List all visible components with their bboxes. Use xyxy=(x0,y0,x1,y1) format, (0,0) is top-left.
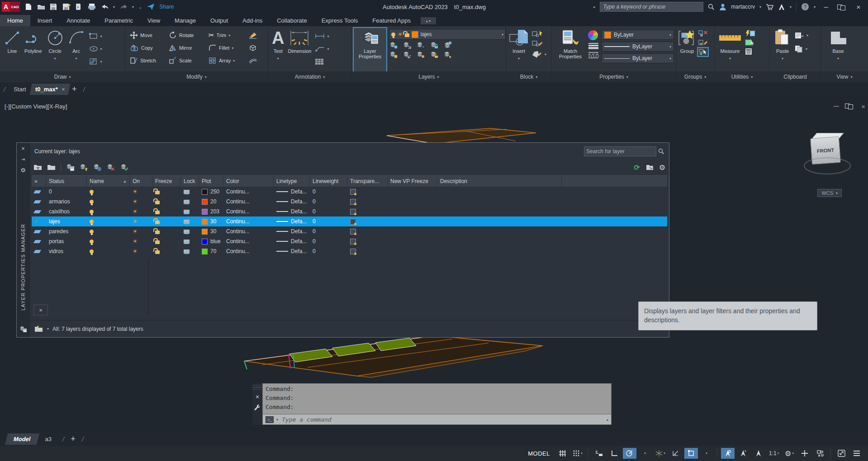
rectangle-dropdown-icon[interactable]: ▾ xyxy=(100,34,102,38)
lock-cell[interactable] xyxy=(152,236,181,246)
show-annotation-objects-icon[interactable] xyxy=(721,448,735,459)
autodesk-dropdown-icon[interactable]: ▾ xyxy=(790,5,792,9)
lock-cell[interactable] xyxy=(152,226,181,236)
new-drawing-tab-icon[interactable]: + xyxy=(72,85,77,94)
lineweight-cell[interactable]: Defa... xyxy=(274,187,310,197)
color-cell[interactable]: 250 xyxy=(199,187,223,197)
modify-panel-title[interactable]: Modify▾ xyxy=(125,71,268,82)
file-tab-start[interactable]: Start xyxy=(9,84,30,95)
lock-cell[interactable] xyxy=(152,187,181,197)
color-cell[interactable]: 30 xyxy=(199,216,223,226)
layer-lock-icon[interactable] xyxy=(430,41,439,49)
share-label[interactable]: Share xyxy=(159,4,174,10)
plot-cell[interactable] xyxy=(181,197,199,207)
viewport-minimize-icon[interactable]: ─ xyxy=(834,102,839,110)
measure-dropdown-icon[interactable]: ▾ xyxy=(729,56,731,61)
layer-make-current-icon[interactable] xyxy=(443,41,453,49)
new-group-filter-icon[interactable] xyxy=(47,164,56,171)
status-cell[interactable] xyxy=(32,207,46,216)
filter-toggle-icon[interactable] xyxy=(34,325,43,333)
file-tab-t0max[interactable]: t0_max*× xyxy=(29,84,71,95)
lineweight-cell[interactable]: Defa... xyxy=(274,246,310,256)
status-cell[interactable] xyxy=(32,197,46,207)
object-color-dropdown-icon[interactable]: ▾ xyxy=(669,33,671,37)
copy-clip-icon[interactable]: ▾ xyxy=(794,43,808,54)
linetype-cell[interactable]: Continu... xyxy=(223,187,274,197)
erase-button[interactable] xyxy=(248,30,266,41)
viewport-restore-icon[interactable] xyxy=(845,102,855,110)
hatch-dropdown-icon[interactable]: ▾ xyxy=(100,60,102,64)
edit-block-icon[interactable] xyxy=(531,39,546,47)
tab-featured-apps[interactable]: Featured Apps xyxy=(365,15,418,26)
description-cell[interactable] xyxy=(388,246,437,256)
description-cell[interactable] xyxy=(388,226,437,236)
redo-icon[interactable] xyxy=(119,3,128,10)
freeze-cell[interactable]: ☀ xyxy=(130,207,152,216)
lineweight-cell[interactable]: Defa... xyxy=(274,236,310,246)
move-button[interactable]: Move xyxy=(130,30,169,41)
properties-panel-title[interactable]: Properties▾ xyxy=(552,71,676,82)
file-tab-close-icon[interactable]: × xyxy=(62,86,65,93)
color-cell[interactable]: 203 xyxy=(199,207,223,216)
workspace-switching-gear-icon[interactable]: ⚙▾ xyxy=(783,448,796,459)
hatch-button[interactable]: ▾ xyxy=(89,56,102,67)
model-tab[interactable]: Model xyxy=(5,433,39,445)
arc-button[interactable]: Arc ▾ xyxy=(68,29,85,71)
layers-panel-title[interactable]: Layers▾ xyxy=(352,71,506,82)
status-cell[interactable] xyxy=(32,226,46,236)
tab-parametric[interactable]: Parametric xyxy=(97,15,140,26)
grid-display-icon[interactable] xyxy=(555,448,569,459)
palette-gear-icon[interactable]: ⚙ xyxy=(659,163,665,172)
new-layer-vp-frozen-icon[interactable] xyxy=(93,163,102,171)
on-cell[interactable] xyxy=(87,187,130,197)
layer-freeze-icon[interactable]: * xyxy=(416,41,425,49)
freeze-cell[interactable]: ☀ xyxy=(130,226,152,236)
ortho-mode-icon[interactable] xyxy=(607,448,621,459)
table-button[interactable] xyxy=(315,56,329,67)
expand-filter-tree-icon[interactable]: » xyxy=(33,305,48,315)
clean-screen-icon[interactable] xyxy=(835,448,848,459)
description-cell[interactable] xyxy=(388,207,437,216)
measure-button[interactable]: Measure ▾ xyxy=(718,29,742,71)
column-on[interactable]: On xyxy=(130,175,152,187)
lineweight-dropdown[interactable]: ByLayer ▾ xyxy=(602,42,674,52)
viewport-controls-label[interactable]: [-][Custom View][X-Ray] xyxy=(5,103,67,110)
viewcube[interactable]: FRONT xyxy=(801,131,855,185)
block-panel-title[interactable]: Block▾ xyxy=(506,71,552,82)
lineweight-cell[interactable]: Defa... xyxy=(274,216,310,226)
apply-filter-icon[interactable] xyxy=(645,164,654,171)
tab-express-tools[interactable]: Express Tools xyxy=(314,15,365,26)
on-cell[interactable] xyxy=(87,246,130,256)
lock-cell[interactable] xyxy=(152,216,181,226)
base-dropdown-icon[interactable]: ▾ xyxy=(837,56,839,61)
description-cell[interactable] xyxy=(388,197,437,207)
tree-pane-splitter[interactable] xyxy=(148,258,149,315)
layer-row-vidros[interactable]: vidros☀70Continu...Defa...0 xyxy=(32,246,667,256)
stretch-button[interactable]: Stretch xyxy=(130,55,169,66)
snap-mode-icon[interactable]: ▾ xyxy=(571,448,584,459)
recent-commands-dropdown-icon[interactable]: ▾ xyxy=(276,418,278,422)
column-plot[interactable]: Plot xyxy=(199,175,223,187)
object-snap-icon[interactable] xyxy=(684,448,698,459)
transparency-cell[interactable]: 0 xyxy=(310,197,347,207)
leader-dropdown-icon[interactable]: ▾ xyxy=(327,47,329,51)
polar-tracking-icon[interactable] xyxy=(623,448,636,459)
cut-icon[interactable]: ✂▾ xyxy=(794,30,808,41)
command-input[interactable] xyxy=(281,416,604,423)
save-icon[interactable] xyxy=(50,3,58,10)
layer-unisolate-icon[interactable] xyxy=(403,51,412,59)
freeze-cell[interactable]: ☀ xyxy=(130,187,152,197)
tab-collaborate[interactable]: Collaborate xyxy=(270,15,314,26)
polyline-button[interactable]: Polyline xyxy=(24,29,42,71)
tab-home[interactable]: Home xyxy=(0,15,30,26)
linetype-cell[interactable]: Continu... xyxy=(223,236,274,246)
circle-button[interactable]: Circle ▾ xyxy=(47,29,64,71)
column-name[interactable]: Name▲ xyxy=(87,175,130,187)
freeze-cell[interactable]: ☀ xyxy=(130,246,152,256)
color-cell[interactable]: 30 xyxy=(199,226,223,236)
copy-button[interactable]: Copy xyxy=(130,42,169,53)
layer-thaw-tool-icon[interactable] xyxy=(416,51,425,59)
linetype-cell[interactable]: Continu... xyxy=(223,216,274,226)
command-customize-wrench-icon[interactable] xyxy=(254,404,261,410)
annotation-panel-title[interactable]: Annotation▾ xyxy=(268,71,352,82)
